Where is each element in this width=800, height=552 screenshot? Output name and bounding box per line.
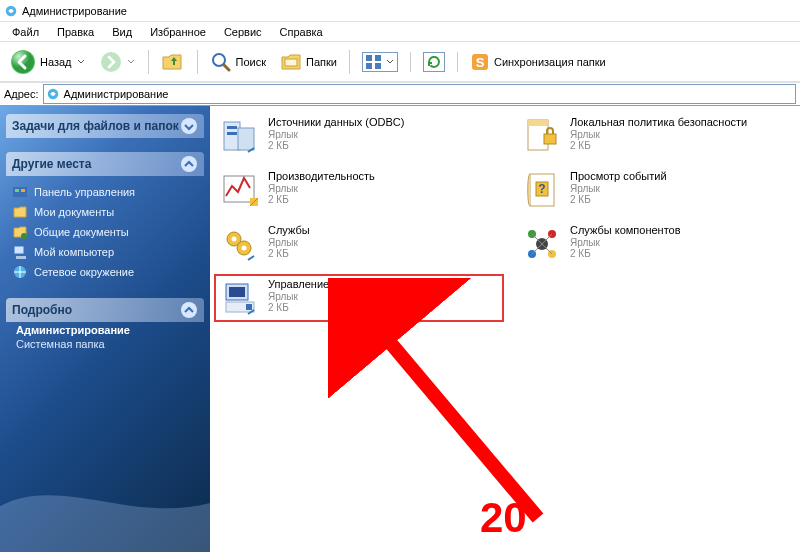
forward-button[interactable] [96,49,140,75]
search-label: Поиск [236,56,266,68]
file-type: Ярлык [570,183,667,195]
menu-file[interactable]: Файл [4,25,47,39]
task-header-details[interactable]: Подробно [6,298,204,322]
svg-rect-9 [375,63,381,69]
up-folder-button[interactable] [157,49,189,75]
svg-text:?: ? [538,182,545,196]
search-button[interactable]: Поиск [206,49,270,75]
file-item[interactable]: Службы компонентовЯрлык2 КБ [516,220,796,268]
sidebar-link-control-panel[interactable]: Панель управления [12,182,198,202]
file-meta: Просмотр событийЯрлык2 КБ [570,170,667,206]
file-name: Производительность [268,170,375,183]
svg-rect-29 [544,134,556,144]
task-group-details: Подробно Администрирование Системная пап… [6,298,204,350]
file-type: Ярлык [570,237,681,249]
file-size: 2 КБ [268,140,404,152]
address-input[interactable]: Администрирование [43,84,796,104]
task-header-files[interactable]: Задачи для файлов и папок [6,114,204,138]
svg-point-37 [232,237,237,242]
svg-rect-6 [366,55,372,61]
svg-point-14 [181,156,197,172]
sidebar-label: Сетевое окружение [34,266,134,278]
control-panel-icon [12,184,28,200]
file-item[interactable]: Источники данных (ODBC)Ярлык2 КБ [214,112,504,160]
svg-rect-19 [14,246,24,254]
content-pane: Источники данных (ODBC)Ярлык2 КБЛокальна… [210,106,800,552]
svg-point-13 [181,118,197,134]
svg-rect-20 [16,256,26,259]
toolbar: Назад Поиск Папки [0,42,800,82]
file-item[interactable]: Локальная политика безопасностиЯрлык2 КБ [516,112,796,160]
menu-tools[interactable]: Сервис [216,25,270,39]
chevron-up-icon [180,301,198,319]
file-item[interactable]: СлужбыЯрлык2 КБ [214,220,504,268]
window-title: Администрирование [22,5,127,17]
file-meta: Службы компонентовЯрлык2 КБ [570,224,681,260]
menu-edit[interactable]: Правка [49,25,102,39]
toolbar-sep-5 [457,52,458,72]
forward-dropdown-caret[interactable] [126,57,136,67]
performance-icon [220,170,260,210]
svg-rect-28 [528,120,548,126]
file-size: 2 КБ [570,140,747,152]
svg-line-48 [356,302,538,518]
sidebar-link-shared-documents[interactable]: Общие документы [12,222,198,242]
file-item[interactable]: Управление компьютеромЯрлык2 КБ [214,274,504,322]
file-name: Локальная политика безопасности [570,116,747,129]
views-caret[interactable] [385,57,395,67]
address-bar: Адрес: Администрирование [0,82,800,106]
sidebar-label: Мой компьютер [34,246,114,258]
svg-point-3 [101,52,121,72]
menu-view[interactable]: Вид [104,25,140,39]
file-type: Ярлык [268,183,375,195]
sidebar-link-my-computer[interactable]: Мой компьютер [12,242,198,262]
svg-rect-8 [366,63,372,69]
sync-button[interactable]: S Синхронизация папки [466,50,610,74]
shared-documents-icon [12,224,28,240]
folders-label: Папки [306,56,337,68]
menu-favorites[interactable]: Избранное [142,25,214,39]
folders-button[interactable]: Папки [276,49,341,75]
menu-help[interactable]: Справка [272,25,331,39]
file-meta: ПроизводительностьЯрлык2 КБ [268,170,375,206]
menu-bar: Файл Правка Вид Избранное Сервис Справка [0,22,800,42]
security-policy-icon [522,116,562,156]
task-title-files: Задачи для файлов и папок [12,119,179,133]
folders-icon [280,51,302,73]
file-item[interactable]: ПроизводительностьЯрлык2 КБ [214,166,504,214]
file-name: Управление компьютером [268,278,401,291]
file-item[interactable]: ?Просмотр событийЯрлык2 КБ [516,166,796,214]
toolbar-sep-2 [197,50,198,74]
sidebar-label: Панель управления [34,186,135,198]
chevron-down-icon [180,117,198,135]
tasks-sidebar: Задачи для файлов и папок Другие места П… [0,106,210,552]
sidebar-link-network-places[interactable]: Сетевое окружение [12,262,198,282]
details-title: Администрирование [16,324,194,336]
back-button[interactable]: Назад [6,47,90,77]
network-places-icon [12,264,28,280]
sidebar-decor [0,372,210,552]
file-meta: СлужбыЯрлык2 КБ [268,224,310,260]
forward-icon [100,51,122,73]
file-name: Службы компонентов [570,224,681,237]
svg-point-18 [21,233,27,239]
sync-label: Синхронизация папки [494,56,606,68]
file-meta: Локальная политика безопасностиЯрлык2 КБ [570,116,747,152]
task-header-places[interactable]: Другие места [6,152,204,176]
title-bar: Администрирование [0,0,800,22]
svg-point-38 [242,246,247,251]
refresh-button[interactable] [419,50,449,74]
odbc-icon [220,116,260,156]
svg-point-2 [12,51,34,73]
file-name: Просмотр событий [570,170,667,183]
chevron-up-icon [180,155,198,173]
file-size: 2 КБ [268,248,310,260]
my-computer-icon [12,244,28,260]
back-dropdown-caret[interactable] [76,57,86,67]
toolbar-sep [148,50,149,74]
views-button[interactable] [358,50,402,74]
svg-rect-24 [238,128,254,150]
sidebar-label: Общие документы [34,226,129,238]
refresh-icon [426,54,442,70]
sidebar-link-my-documents[interactable]: Мои документы [12,202,198,222]
